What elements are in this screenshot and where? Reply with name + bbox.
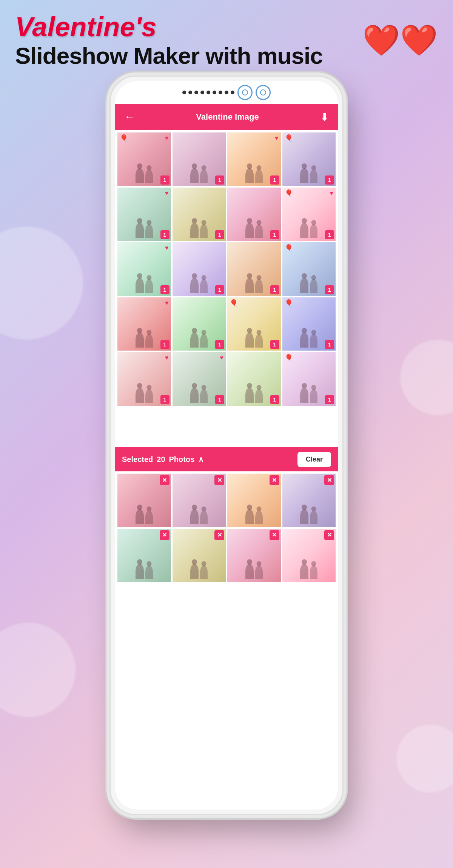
remove-photo-button-2[interactable]: ✕: [214, 475, 224, 485]
phone-status-bar: [115, 81, 338, 104]
remove-photo-button-6[interactable]: ✕: [214, 530, 224, 540]
selected-count: 20: [157, 455, 165, 464]
photo-badge-8: 1: [325, 230, 334, 239]
photo-cell-19[interactable]: 1: [227, 352, 281, 406]
selected-bar: Selected 20 Photos ∧ Clear: [115, 447, 338, 471]
phone-body: ← Valentine Image ⬇ ♥🎈11♥1🎈1♥111♥🎈1♥111🎈…: [109, 75, 344, 815]
photo-badge-9: 1: [160, 285, 169, 294]
photo-cell-6[interactable]: 1: [173, 188, 226, 241]
photo-cell-3[interactable]: ♥1: [227, 132, 281, 186]
status-indicator-1: [237, 85, 253, 100]
photo-cell-1[interactable]: ♥🎈1: [117, 132, 171, 186]
dot-5: [206, 91, 210, 94]
selected-photo-1[interactable]: ✕: [117, 474, 171, 527]
selected-photo-6[interactable]: ✕: [173, 529, 226, 582]
phone-mockup: ← Valentine Image ⬇ ♥🎈11♥1🎈1♥111♥🎈1♥111🎈…: [109, 75, 344, 815]
chevron-up-icon[interactable]: ∧: [198, 455, 204, 464]
download-button[interactable]: ⬇: [320, 111, 329, 123]
photo-cell-13[interactable]: ♥1: [117, 297, 171, 351]
photo-cell-18[interactable]: ♥1: [173, 352, 226, 406]
status-indicator-2: [256, 85, 271, 100]
photo-badge-3: 1: [270, 175, 279, 185]
photo-badge-11: 1: [270, 285, 279, 294]
selected-photo-5[interactable]: ✕: [117, 529, 171, 582]
dot-7: [219, 91, 222, 94]
photo-badge-20: 1: [325, 395, 334, 404]
phone-screen: ← Valentine Image ⬇ ♥🎈11♥1🎈1♥111♥🎈1♥111🎈…: [115, 81, 338, 810]
photo-grid: ♥🎈11♥1🎈1♥111♥🎈1♥111🎈1♥11🎈1🎈1♥1♥11🎈1: [115, 130, 338, 408]
photo-badge-14: 1: [215, 340, 224, 349]
dot-3: [194, 91, 198, 94]
clear-button[interactable]: Clear: [297, 452, 331, 467]
remove-photo-button-1[interactable]: ✕: [160, 475, 169, 485]
photo-badge-4: 1: [325, 175, 334, 185]
photo-cell-12[interactable]: 🎈1: [282, 242, 336, 296]
photo-cell-7[interactable]: 1: [227, 188, 281, 241]
dot-6: [213, 91, 216, 94]
photo-badge-2: 1: [215, 175, 224, 185]
selected-photo-8[interactable]: ✕: [282, 529, 336, 582]
photo-cell-15[interactable]: 🎈1: [227, 297, 281, 351]
photo-cell-9[interactable]: ♥1: [117, 242, 171, 296]
photo-badge-16: 1: [325, 340, 334, 349]
photo-cell-4[interactable]: 🎈1: [282, 132, 336, 186]
app-title-valentine: Valentine's: [15, 11, 323, 42]
selected-photo-2[interactable]: ✕: [173, 474, 226, 527]
photo-badge-10: 1: [215, 285, 224, 294]
photo-cell-8[interactable]: ♥🎈1: [282, 188, 336, 241]
dot-9: [231, 91, 234, 94]
app-banner: Valentine's Slideshow Maker with music ❤…: [0, 0, 453, 77]
photo-cell-17[interactable]: ♥1: [117, 352, 171, 406]
selected-label: Selected: [122, 455, 153, 464]
photo-badge-5: 1: [160, 230, 169, 239]
photo-cell-2[interactable]: 1: [173, 132, 226, 186]
photo-badge-15: 1: [270, 340, 279, 349]
app-header: ← Valentine Image ⬇: [115, 104, 338, 130]
photo-badge-6: 1: [215, 230, 224, 239]
photo-badge-19: 1: [270, 395, 279, 404]
photo-badge-7: 1: [270, 230, 279, 239]
back-button[interactable]: ←: [124, 111, 135, 123]
selected-photos-grid: ✕✕✕✕✕✕✕✕: [115, 471, 338, 584]
selected-count-area: Selected 20 Photos ∧: [122, 455, 204, 464]
selected-photo-4[interactable]: ✕: [282, 474, 336, 527]
remove-photo-button-8[interactable]: ✕: [324, 530, 334, 540]
photo-badge-18: 1: [215, 395, 224, 404]
selected-photo-7[interactable]: ✕: [227, 529, 281, 582]
dot-2: [188, 91, 192, 94]
remove-photo-button-3[interactable]: ✕: [270, 475, 279, 485]
photo-badge-13: 1: [160, 340, 169, 349]
remove-photo-button-5[interactable]: ✕: [160, 530, 169, 540]
screen-title: Valentine Image: [196, 112, 259, 122]
app-title-slideshow: Slideshow Maker with music: [15, 42, 323, 69]
photo-badge-1: 1: [160, 175, 169, 185]
photo-badge-17: 1: [160, 395, 169, 404]
photo-cell-16[interactable]: 🎈1: [282, 297, 336, 351]
dot-1: [182, 91, 186, 94]
dot-8: [225, 91, 228, 94]
photo-cell-5[interactable]: ♥1: [117, 188, 171, 241]
photo-cell-14[interactable]: 1: [173, 297, 226, 351]
photo-cell-11[interactable]: 1: [227, 242, 281, 296]
selected-unit: Photos: [169, 455, 195, 464]
remove-photo-button-4[interactable]: ✕: [324, 475, 334, 485]
selected-photo-3[interactable]: ✕: [227, 474, 281, 527]
photo-cell-20[interactable]: 🎈1: [282, 352, 336, 406]
dot-4: [200, 91, 204, 94]
photo-badge-12: 1: [325, 285, 334, 294]
remove-photo-button-7[interactable]: ✕: [270, 530, 279, 540]
status-dots: [182, 91, 234, 94]
hearts-decoration-icon: ❤️❤️: [362, 25, 438, 55]
photo-cell-10[interactable]: 1: [173, 242, 226, 296]
